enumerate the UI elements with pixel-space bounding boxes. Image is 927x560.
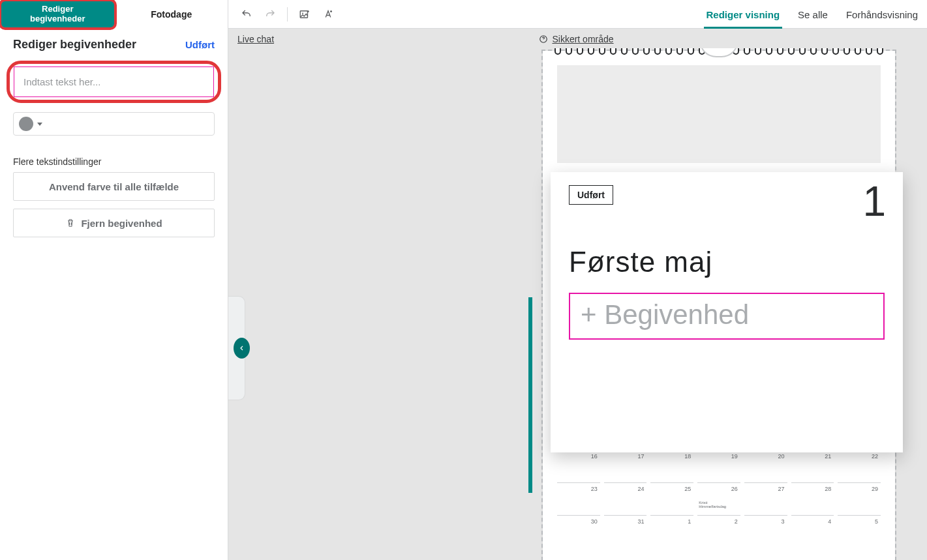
day-number: 29	[872, 486, 878, 492]
redo-button[interactable]	[260, 4, 281, 25]
infobar: Live chat Sikkert område	[228, 29, 927, 48]
tab-photo-days[interactable]: Fotodage	[115, 0, 228, 29]
event-card-add-field[interactable]: + Begivenhed	[569, 293, 885, 340]
day-cell[interactable]: 25	[650, 482, 693, 511]
help-circle-icon	[539, 35, 548, 44]
live-chat-link[interactable]: Live chat	[237, 34, 274, 44]
insert-image-button[interactable]	[294, 4, 315, 25]
tab-preview-label: Forhåndsvisning	[846, 9, 918, 20]
day-number: 27	[778, 486, 785, 492]
day-cell[interactable]: 3	[744, 515, 787, 544]
day-number: 16	[591, 453, 598, 460]
day-number: 23	[591, 486, 598, 492]
photo-placeholder[interactable]	[557, 65, 881, 163]
day-number: 19	[731, 453, 738, 460]
day-number: 28	[825, 486, 831, 492]
safe-area-label: Sikkert område	[552, 34, 613, 44]
day-number: 30	[591, 518, 598, 525]
tab-edit-events[interactable]: Rediger begivenheder	[0, 0, 117, 30]
day-cell[interactable]: 17	[604, 450, 647, 479]
apply-color-all-button[interactable]: Anvend farve til alle tilfælde	[13, 172, 215, 201]
topbar-right-tabs: Rediger visning Se alle Forhåndsvisning	[705, 0, 919, 28]
svg-point-1	[302, 12, 303, 14]
remove-event-label: Fjern begivenhed	[81, 218, 162, 229]
tab-see-all-label: Se alle	[798, 9, 828, 20]
color-swatch	[19, 117, 33, 131]
event-text-input[interactable]	[14, 66, 214, 97]
calendar-grid: 1617181920212223242526Kristi Himmelfarts…	[557, 450, 881, 544]
day-cell[interactable]: 20	[744, 450, 787, 479]
day-note: Kristi Himmelfartsdag	[699, 501, 726, 508]
more-text-settings-label: Flere tekstindstillinger	[13, 156, 215, 167]
day-cell[interactable]: 22	[838, 450, 881, 479]
day-cell[interactable]: 19	[697, 450, 740, 479]
apply-color-all-label: Anvend farve til alle tilfælde	[49, 181, 179, 192]
day-cell[interactable]: 31	[604, 515, 647, 544]
event-input-highlight	[7, 61, 221, 103]
day-number: 4	[828, 518, 831, 525]
day-cell[interactable]: 5	[838, 515, 881, 544]
day-cell[interactable]: 16	[557, 450, 600, 479]
day-cell[interactable]: 27	[744, 482, 787, 511]
tab-photo-days-label: Fotodage	[151, 9, 192, 20]
separator	[287, 7, 288, 22]
topbar-left	[236, 4, 339, 25]
chevron-down-icon	[37, 123, 42, 126]
canvas[interactable]: 1617181920212223242526Kristi Himmelfarts…	[228, 48, 927, 560]
topbar: Rediger visning Se alle Forhåndsvisning	[228, 0, 927, 29]
day-number: 18	[684, 453, 691, 460]
day-cell[interactable]: 4	[791, 515, 834, 544]
chevron-left-icon	[238, 344, 246, 352]
day-cell[interactable]: 21	[791, 450, 834, 479]
day-number: 22	[872, 453, 878, 460]
day-cell[interactable]: 23	[557, 482, 600, 511]
day-number: 3	[782, 518, 785, 525]
day-cell[interactable]: 2	[697, 515, 740, 544]
day-cell[interactable]: 1	[650, 515, 693, 544]
day-number: 21	[825, 453, 831, 460]
redo-icon	[264, 8, 276, 20]
event-card-add-label: + Begivenhed	[581, 299, 749, 330]
tab-see-all[interactable]: Se alle	[797, 3, 829, 28]
event-card: Udført 1 Første maj + Begivenhed	[551, 172, 903, 452]
text-plus-icon	[322, 8, 334, 20]
day-number: 2	[735, 518, 738, 525]
day-number: 20	[778, 453, 785, 460]
day-number: 25	[684, 486, 691, 492]
day-cell[interactable]: 26Kristi Himmelfartsdag	[697, 482, 740, 511]
day-cell[interactable]: 18	[650, 450, 693, 479]
color-picker[interactable]	[13, 112, 215, 136]
trash-icon	[65, 218, 76, 228]
sidebar-tabs: Rediger begivenheder Fotodage	[0, 0, 228, 29]
day-cell[interactable]: 28	[791, 482, 834, 511]
tab-edit-view-label: Rediger visning	[707, 9, 780, 20]
event-card-header: Udført 1	[569, 185, 885, 218]
undo-icon	[241, 8, 252, 20]
day-cell[interactable]: 24	[604, 482, 647, 511]
event-card-done-label: Udført	[577, 190, 605, 200]
panel-header: Rediger begivenheder Udført	[0, 29, 228, 55]
collapse-button[interactable]	[234, 338, 250, 359]
main: Rediger visning Se alle Forhåndsvisning …	[228, 0, 927, 560]
day-number: 24	[637, 486, 644, 492]
insert-text-button[interactable]	[318, 4, 339, 25]
safe-area-link[interactable]: Sikkert område	[539, 34, 613, 44]
day-number: 17	[637, 453, 644, 460]
event-card-title: Første maj	[569, 246, 885, 278]
undo-button[interactable]	[236, 4, 257, 25]
day-cell[interactable]: 30	[557, 515, 600, 544]
tab-preview[interactable]: Forhåndsvisning	[845, 3, 919, 28]
tab-edit-view[interactable]: Rediger visning	[705, 3, 782, 28]
day-number: 5	[875, 518, 878, 525]
panel-done-link[interactable]: Udført	[185, 39, 215, 50]
day-number: 1	[688, 518, 691, 525]
day-cell[interactable]: 29	[838, 482, 881, 511]
event-card-done-button[interactable]: Udført	[569, 185, 613, 205]
tab-edit-events-label: Rediger begivenheder	[30, 5, 85, 24]
sidebar: Rediger begivenheder Fotodage Rediger be…	[0, 0, 228, 560]
day-number: 26	[731, 486, 738, 492]
image-plus-icon	[299, 8, 311, 20]
remove-event-button[interactable]: Fjern begivenhed	[13, 209, 215, 237]
panel-title: Rediger begivenheder	[13, 38, 136, 52]
sidebar-collapse-handle[interactable]	[228, 296, 245, 400]
